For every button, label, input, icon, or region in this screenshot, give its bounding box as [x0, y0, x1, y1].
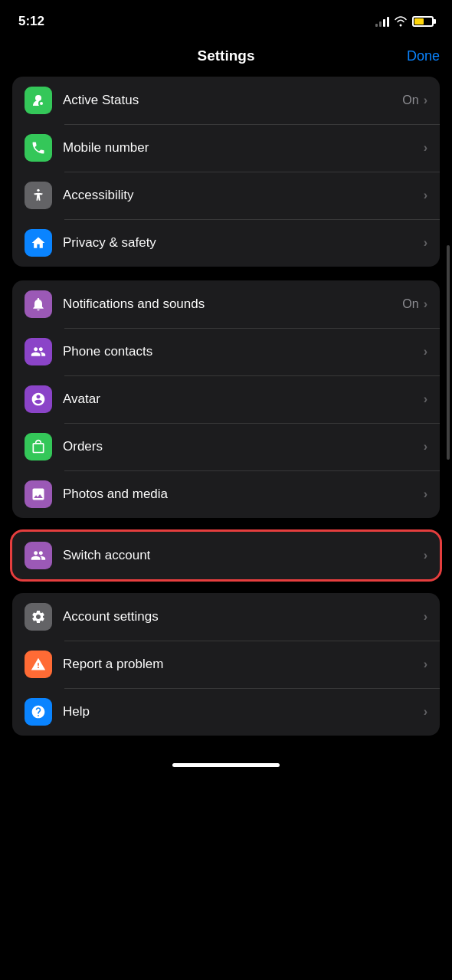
help-item[interactable]: Help › [12, 688, 440, 736]
help-label: Help [63, 704, 424, 719]
mobile-number-item[interactable]: Mobile number › [12, 124, 440, 172]
active-status-value: On [402, 93, 418, 107]
avatar-item[interactable]: Avatar › [12, 375, 440, 423]
phone-contacts-chevron: › [424, 345, 427, 359]
report-problem-item[interactable]: Report a problem › [12, 641, 440, 688]
avatar-icon [25, 385, 52, 413]
svg-point-2 [40, 102, 43, 105]
photos-media-item[interactable]: Photos and media › [12, 470, 440, 518]
notifications-sounds-icon [25, 290, 52, 318]
status-icons [375, 16, 434, 27]
help-icon [25, 698, 52, 726]
switch-account-icon [25, 542, 52, 569]
photos-media-chevron: › [424, 487, 427, 501]
phone-contacts-icon [25, 338, 52, 365]
accessibility-chevron: › [424, 188, 427, 202]
page-title: Settings [198, 48, 255, 64]
active-status-chevron: › [424, 93, 427, 107]
settings-header: Settings Done [0, 38, 452, 77]
photos-media-icon [25, 480, 52, 508]
home-bar [172, 763, 280, 767]
status-time: 5:12 [18, 14, 44, 29]
switch-account-item[interactable]: Switch account › [12, 532, 440, 579]
active-status-item[interactable]: Active Status On › [12, 77, 440, 124]
orders-label: Orders [63, 439, 424, 454]
settings-group-3: Account settings › Report a problem › He… [12, 593, 440, 736]
settings-group-2: Notifications and sounds On › Phone cont… [12, 280, 440, 518]
status-bar: 5:12 [0, 0, 452, 38]
settings-group-1: Active Status On › Mobile number › Acces… [12, 77, 440, 267]
orders-chevron: › [424, 440, 427, 454]
switch-account-chevron: › [424, 549, 427, 562]
notifications-sounds-item[interactable]: Notifications and sounds On › [12, 280, 440, 328]
accessibility-label: Accessibility [63, 188, 424, 203]
privacy-safety-item[interactable]: Privacy & safety › [12, 219, 440, 267]
notifications-sounds-value: On [402, 297, 418, 311]
help-chevron: › [424, 705, 427, 719]
account-settings-chevron: › [424, 610, 427, 624]
account-settings-icon [25, 603, 52, 631]
home-indicator [0, 749, 452, 773]
orders-icon [25, 433, 52, 461]
scrollbar[interactable] [447, 245, 450, 460]
report-problem-chevron: › [424, 657, 427, 671]
switch-account-group: Switch account › [12, 532, 440, 579]
avatar-chevron: › [424, 392, 427, 406]
active-status-icon [25, 87, 52, 114]
privacy-safety-label: Privacy & safety [63, 235, 424, 251]
phone-contacts-label: Phone contacts [63, 344, 424, 359]
accessibility-item[interactable]: Accessibility › [12, 172, 440, 219]
mobile-number-label: Mobile number [63, 140, 424, 156]
phone-contacts-item[interactable]: Phone contacts › [12, 328, 440, 375]
active-status-label: Active Status [63, 93, 402, 108]
battery-icon [412, 16, 434, 27]
privacy-safety-chevron: › [424, 236, 427, 250]
svg-point-3 [37, 189, 39, 192]
mobile-number-chevron: › [424, 141, 427, 155]
photos-media-label: Photos and media [63, 487, 424, 502]
signal-icon [375, 16, 389, 27]
notifications-sounds-label: Notifications and sounds [63, 297, 402, 312]
orders-item[interactable]: Orders › [12, 423, 440, 470]
report-problem-icon [25, 651, 52, 678]
accessibility-icon [25, 182, 52, 209]
privacy-safety-icon [25, 229, 52, 257]
wifi-icon [394, 16, 408, 27]
switch-account-label: Switch account [63, 548, 424, 563]
done-button[interactable]: Done [407, 48, 440, 64]
account-settings-label: Account settings [63, 609, 424, 624]
svg-point-0 [35, 95, 41, 101]
notifications-sounds-chevron: › [424, 297, 427, 311]
report-problem-label: Report a problem [63, 657, 424, 672]
avatar-label: Avatar [63, 392, 424, 407]
account-settings-item[interactable]: Account settings › [12, 593, 440, 641]
mobile-number-icon [25, 134, 52, 162]
